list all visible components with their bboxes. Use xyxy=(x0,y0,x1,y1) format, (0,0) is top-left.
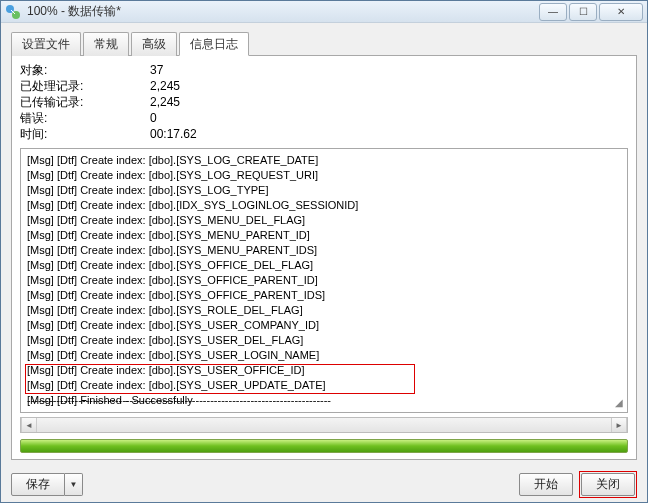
resize-grip-icon: ◢ xyxy=(615,397,623,408)
summary-row-object: 对象: 37 xyxy=(20,62,628,78)
tab-general[interactable]: 常规 xyxy=(83,32,129,56)
save-split-button: 保存 ▼ xyxy=(11,473,83,496)
app-window: 100% - 数据传输* — ☐ ✕ 设置文件 常规 高级 信息日志 对象: 3… xyxy=(0,0,648,503)
maximize-button[interactable]: ☐ xyxy=(569,3,597,21)
processed-value: 2,245 xyxy=(150,78,180,94)
log-output[interactable]: [Msg] [Dtf] Create index: [dbo].[SYS_LOG… xyxy=(20,148,628,413)
log-line: [Msg] [Dtf] Create index: [dbo].[SYS_MEN… xyxy=(27,243,621,258)
log-line: [Msg] [Dtf] Create index: [dbo].[SYS_OFF… xyxy=(27,273,621,288)
scroll-right-button[interactable]: ► xyxy=(611,418,627,432)
summary-row-processed: 已处理记录: 2,245 xyxy=(20,78,628,94)
summary-block: 对象: 37 已处理记录: 2,245 已传输记录: 2,245 错误: 0 时… xyxy=(20,62,628,142)
time-value: 00:17.62 xyxy=(150,126,197,142)
error-value: 0 xyxy=(150,110,157,126)
log-line: [Msg] [Dtf] Create index: [dbo].[SYS_MEN… xyxy=(27,228,621,243)
close-button[interactable]: 关闭 xyxy=(581,473,635,496)
log-line: [Msg] [Dtf] Create index: [dbo].[SYS_USE… xyxy=(27,333,621,348)
titlebar: 100% - 数据传输* — ☐ ✕ xyxy=(1,1,647,22)
close-highlight: 关闭 xyxy=(579,471,637,498)
log-line: [Msg] [Dtf] Create index: [dbo].[SYS_MEN… xyxy=(27,213,621,228)
start-button[interactable]: 开始 xyxy=(519,473,573,496)
tab-info-log[interactable]: 信息日志 xyxy=(179,32,249,56)
summary-row-time: 时间: 00:17.62 xyxy=(20,126,628,142)
app-icon xyxy=(5,4,21,20)
summary-row-transferred: 已传输记录: 2,245 xyxy=(20,94,628,110)
scroll-left-button[interactable]: ◄ xyxy=(21,418,37,432)
bottom-toolbar: 保存 ▼ 开始 关闭 xyxy=(1,466,647,502)
save-button[interactable]: 保存 xyxy=(11,473,65,496)
log-line: [Msg] [Dtf] Create index: [dbo].[IDX_SYS… xyxy=(27,198,621,213)
save-dropdown-button[interactable]: ▼ xyxy=(65,473,83,496)
log-separator: ----------------------------------------… xyxy=(27,394,331,406)
log-line: [Msg] [Dtf] Create index: [dbo].[SYS_OFF… xyxy=(27,258,621,273)
log-lines: [Msg] [Dtf] Create index: [dbo].[SYS_LOG… xyxy=(27,153,621,408)
log-line: [Msg] [Dtf] Create index: [dbo].[SYS_LOG… xyxy=(27,183,621,198)
processed-label: 已处理记录: xyxy=(20,78,150,94)
error-label: 错误: xyxy=(20,110,150,126)
log-line: [Msg] [Dtf] Create index: [dbo].[SYS_ROL… xyxy=(27,303,621,318)
log-line: [Msg] [Dtf] Create index: [dbo].[SYS_USE… xyxy=(27,348,621,363)
object-value: 37 xyxy=(150,62,163,78)
log-line: [Msg] [Dtf] Create index: [dbo].[SYS_LOG… xyxy=(27,153,621,168)
tab-settings-file[interactable]: 设置文件 xyxy=(11,32,81,56)
log-line: [Msg] [Dtf] Create index: [dbo].[SYS_USE… xyxy=(27,318,621,333)
transferred-value: 2,245 xyxy=(150,94,180,110)
window-title: 100% - 数据传输* xyxy=(27,3,539,20)
log-line: [Msg] [Dtf] Create index: [dbo].[SYS_USE… xyxy=(27,378,621,393)
log-line: [Msg] [Dtf] Create index: [dbo].[SYS_USE… xyxy=(27,363,621,378)
window-close-button[interactable]: ✕ xyxy=(599,3,643,21)
minimize-button[interactable]: — xyxy=(539,3,567,21)
progress-bar xyxy=(20,439,628,453)
summary-row-error: 错误: 0 xyxy=(20,110,628,126)
tab-panel: 对象: 37 已处理记录: 2,245 已传输记录: 2,245 错误: 0 时… xyxy=(11,55,637,460)
time-label: 时间: xyxy=(20,126,150,142)
log-line: [Msg] [Dtf] Create index: [dbo].[SYS_OFF… xyxy=(27,288,621,303)
window-controls: — ☐ ✕ xyxy=(539,3,643,21)
object-label: 对象: xyxy=(20,62,150,78)
client-area: 设置文件 常规 高级 信息日志 对象: 37 已处理记录: 2,245 已传输记… xyxy=(1,22,647,466)
tab-advanced[interactable]: 高级 xyxy=(131,32,177,56)
horizontal-scrollbar[interactable]: ◄ ► xyxy=(20,417,628,433)
tab-strip: 设置文件 常规 高级 信息日志 xyxy=(11,31,637,55)
transferred-label: 已传输记录: xyxy=(20,94,150,110)
log-line: [Msg] [Dtf] Create index: [dbo].[SYS_LOG… xyxy=(27,168,621,183)
